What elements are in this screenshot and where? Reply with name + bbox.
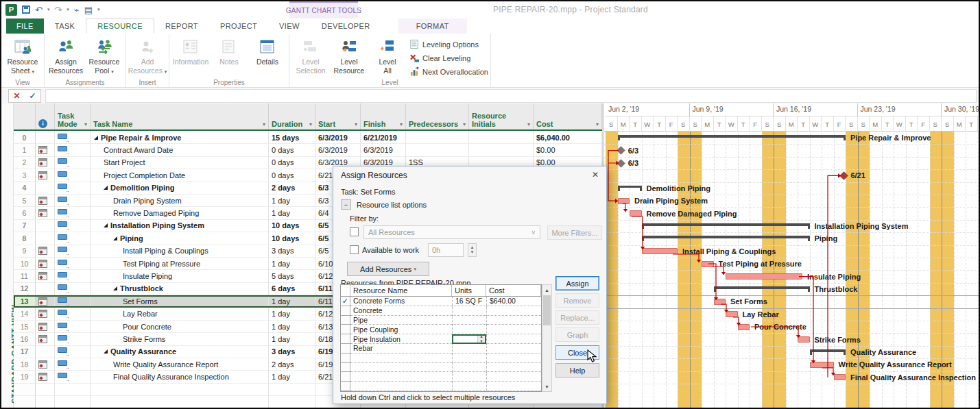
cell-row-number[interactable]: 7: [14, 220, 36, 232]
resource-select-cell[interactable]: [341, 334, 350, 344]
cell-duration[interactable]: 15 days: [269, 132, 315, 144]
cell-task-mode[interactable]: [55, 270, 91, 282]
leveling-options-button[interactable]: Leveling Options: [409, 38, 488, 50]
cell-info[interactable]: [36, 220, 55, 232]
entry-input[interactable]: [45, 89, 977, 103]
cell-task-mode[interactable]: [55, 308, 91, 320]
customize-qat-icon[interactable]: ▾: [97, 7, 100, 12]
resource-units-cell[interactable]: 16 SQ F: [452, 297, 486, 306]
tab-format[interactable]: FORMAT: [398, 18, 467, 34]
cell-task-mode[interactable]: [55, 132, 91, 144]
resource-cost-cell[interactable]: [486, 363, 541, 373]
cell-task-mode[interactable]: [55, 169, 91, 182]
header-info[interactable]: i: [36, 103, 55, 129]
cell-task-mode[interactable]: [55, 232, 91, 245]
resource-units-cell[interactable]: [452, 316, 486, 325]
resource-name-cell[interactable]: Pipe: [350, 316, 452, 325]
cell-info[interactable]: [36, 182, 55, 195]
gantt-task-bar[interactable]: [810, 362, 834, 368]
cell-resource-initials[interactable]: [469, 132, 534, 144]
cell-empty[interactable]: [269, 384, 315, 396]
cell-row-number[interactable]: 12: [14, 283, 36, 295]
cell-task-mode[interactable]: [55, 295, 91, 308]
resource-row[interactable]: [341, 372, 541, 382]
resource-row[interactable]: Pipe Coupling: [341, 325, 541, 334]
resource-list-options-label[interactable]: Resource list options: [357, 201, 427, 209]
cell-empty[interactable]: [36, 396, 55, 408]
cell-start[interactable]: 6/3/2019: [315, 132, 361, 144]
cell-duration[interactable]: 1 day: [269, 207, 315, 219]
details-button[interactable]: Details: [248, 35, 287, 77]
cell-task-mode[interactable]: [55, 333, 91, 345]
cell-duration[interactable]: 2 days: [269, 358, 315, 371]
header-corner[interactable]: [14, 103, 36, 129]
cell-start[interactable]: 6/3/2019: [315, 144, 361, 156]
units-spinner[interactable]: ▲▼: [477, 336, 485, 343]
cell-info[interactable]: [36, 346, 55, 358]
cell-row-number[interactable]: 13: [14, 295, 36, 308]
cell-row-number[interactable]: 4: [14, 182, 36, 195]
cell-empty[interactable]: [91, 396, 269, 408]
resource-cost-cell[interactable]: [486, 382, 541, 391]
gantt-task-bar[interactable]: [798, 336, 810, 343]
header-finish[interactable]: Finish▾: [361, 103, 406, 129]
resource-cost-cell[interactable]: [486, 354, 541, 363]
resource-name-cell[interactable]: Pipe Insulation: [350, 334, 452, 344]
cell-task-mode[interactable]: [55, 245, 91, 258]
gantt-summary-bar[interactable]: [810, 349, 846, 355]
resource-row[interactable]: Pipe: [341, 316, 541, 325]
cell-info[interactable]: [36, 132, 55, 144]
cell-finish[interactable]: 6/21/2019: [361, 132, 406, 144]
cell-duration[interactable]: 0 days: [269, 169, 315, 182]
resource-select-cell[interactable]: [341, 372, 350, 382]
collapse-triangle-icon[interactable]: [104, 349, 108, 354]
cell-info[interactable]: [36, 270, 55, 282]
resource-select-cell[interactable]: [341, 382, 350, 391]
resource-header-resource-name[interactable]: Resource Name: [350, 285, 452, 296]
available-to-work-checkbox[interactable]: [350, 245, 359, 254]
tab-developer[interactable]: DEVELOPER: [311, 18, 381, 34]
resource-header-cost[interactable]: Cost: [486, 285, 541, 296]
resource-row[interactable]: Pipe Insulation▲▼: [341, 334, 541, 344]
cell-info[interactable]: [36, 371, 55, 383]
cell-duration[interactable]: 1 day: [269, 321, 315, 333]
cell-duration[interactable]: 1 day: [269, 295, 315, 308]
cell-task-name[interactable]: Final Quality Assurance Inspection: [91, 371, 269, 383]
resource-cost-cell[interactable]: [486, 306, 541, 316]
dialog-title-bar[interactable]: Assign Resources ✕: [333, 166, 606, 183]
spin-up-icon[interactable]: ▲: [479, 334, 483, 339]
cell-task-name[interactable]: Project Completion Date: [91, 169, 269, 182]
cell-task-mode[interactable]: [55, 182, 91, 195]
cell-task-mode[interactable]: [55, 207, 91, 219]
cell-info[interactable]: [36, 321, 55, 333]
gantt-task-bar[interactable]: [618, 198, 630, 204]
resource-cost-cell[interactable]: [486, 344, 541, 354]
cell-row-number[interactable]: 1: [14, 144, 36, 156]
resource-select-cell[interactable]: [341, 306, 350, 316]
cell-row-number[interactable]: 8: [14, 232, 36, 245]
assign-resources-button[interactable]: AssignResources: [47, 35, 85, 77]
cell-task-name[interactable]: Piping: [91, 232, 269, 245]
cell-row-number[interactable]: 18: [14, 358, 36, 371]
gantt-task-bar[interactable]: [738, 324, 750, 330]
add-resources-button[interactable]: Add Resources ▾: [347, 262, 429, 276]
cell-row-number[interactable]: 15: [14, 321, 36, 333]
resource-select-cell[interactable]: [341, 325, 350, 334]
cell-info[interactable]: [36, 258, 55, 270]
gantt-task-bar[interactable]: [726, 311, 738, 317]
tab-task[interactable]: TASK: [44, 18, 86, 34]
resource-name-cell[interactable]: [350, 372, 452, 382]
assign-button[interactable]: Assign: [555, 276, 599, 290]
cell-task-name[interactable]: Insulate Piping: [91, 270, 269, 282]
level-resource-button[interactable]: LevelResource: [330, 35, 368, 77]
cell-duration[interactable]: 1 day: [269, 308, 315, 320]
cell-info[interactable]: [36, 232, 55, 245]
cell-empty[interactable]: [55, 384, 91, 396]
cell-predecessors[interactable]: [406, 132, 469, 144]
resource-select-cell[interactable]: [341, 363, 350, 373]
cell-task-mode[interactable]: [55, 371, 91, 383]
cell-row-number[interactable]: 6: [14, 207, 36, 219]
gantt-summary-bar[interactable]: [714, 286, 810, 292]
cell-duration[interactable]: 3 days: [269, 245, 315, 258]
header-name[interactable]: Task Name▾: [91, 103, 269, 129]
